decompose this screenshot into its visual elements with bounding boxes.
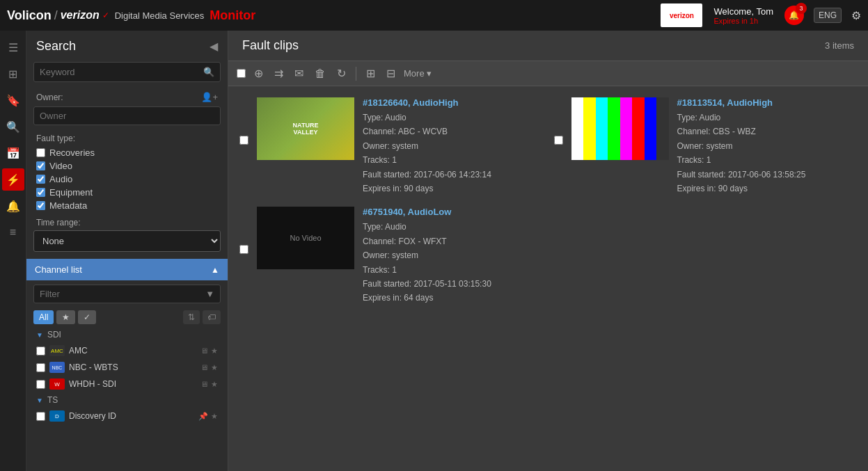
amc-checkbox[interactable]	[36, 346, 45, 356]
whdh-label: WHDH - SDI	[69, 379, 116, 389]
monitor-label: Monitor	[210, 8, 255, 23]
channel-btn-all[interactable]: All	[33, 310, 54, 324]
verizon-brand-logo: verizon	[661, 3, 702, 27]
list-view-button[interactable]: ⊟	[384, 65, 398, 81]
logo: Volicon / verizon ✓ Digital Media Servic…	[7, 8, 255, 23]
notification-count: 3	[796, 3, 807, 14]
refresh-button[interactable]: ↻	[334, 65, 349, 81]
channel-sort-icon[interactable]: ⇅	[183, 310, 200, 324]
nbc-checkbox[interactable]	[36, 363, 45, 372]
clip-2-detail: Type: Audio Channel: FOX - WFXT Owner: s…	[363, 220, 543, 305]
fault-type-label: Fault type:	[26, 131, 228, 146]
keyword-search-icon[interactable]: 🔍	[198, 63, 220, 81]
owner-row: Owner: 👤+	[26, 89, 228, 105]
rail-list-icon[interactable]: ≡	[2, 221, 24, 244]
clip-0-thumb[interactable]: NATUREVALLEY	[257, 97, 354, 160]
item-count: 3 items	[825, 40, 854, 51]
channel-list-arrow-icon: ▲	[211, 265, 219, 275]
more-label: More	[404, 68, 425, 79]
clip-2-thumb[interactable]: No Video	[257, 207, 354, 269]
recoveries-checkbox[interactable]	[36, 148, 45, 157]
clip-1-detail: Type: Audio Channel: CBS - WBZ Owner: sy…	[677, 111, 858, 195]
channel-item-amc[interactable]: AMC AMC 🖥★	[26, 342, 228, 359]
ts-arrow-icon[interactable]: ▼	[36, 397, 43, 404]
expires-label: Expires in 1h	[713, 17, 773, 25]
settings-icon[interactable]: ⚙	[851, 9, 861, 22]
channel-list-header[interactable]: Channel list ▲	[26, 259, 228, 280]
sdi-arrow-icon[interactable]: ▼	[36, 331, 43, 339]
channel-item-nbc[interactable]: NBC NBC - WBTS 🖥★	[26, 359, 228, 376]
nature-text: NATUREVALLEY	[293, 122, 319, 136]
clip-2-info: #6751940, AudioLow Type: Audio Channel: …	[363, 207, 543, 305]
audio-checkbox[interactable]	[36, 175, 45, 184]
dms-label: Digital Media Services	[115, 10, 205, 21]
more-button[interactable]: More ▾	[404, 68, 432, 79]
owner-add-icon[interactable]: 👤+	[201, 92, 218, 102]
equipment-label: Equipment	[49, 187, 93, 198]
grid-view-button[interactable]: ⊞	[363, 65, 378, 81]
clip-2-checkbox[interactable]	[239, 245, 248, 254]
welcome-block: Welcome, Tom Expires in 1h	[713, 6, 773, 25]
clip-0-checkbox[interactable]	[239, 136, 248, 145]
fault-type-video[interactable]: Video	[26, 159, 228, 173]
rail-bookmark-icon[interactable]: 🔖	[2, 89, 24, 111]
select-all-checkbox[interactable]	[237, 69, 246, 78]
time-range-label: Time range:	[26, 212, 228, 230]
channel-filter-input[interactable]	[34, 285, 200, 303]
clip-1-title[interactable]: #18113514, AudioHigh	[677, 97, 858, 108]
channel-item-discovery[interactable]: D Discovery ID 📌★	[26, 408, 228, 424]
welcome-name: Welcome, Tom	[713, 6, 773, 17]
notification-bell[interactable]: 🔔 3	[784, 6, 804, 25]
clip-1-checkbox[interactable]	[554, 136, 563, 145]
clip-1-thumb[interactable]	[571, 97, 669, 160]
forward-button[interactable]: ⇉	[271, 65, 286, 81]
rail-grid-icon[interactable]: ⊞	[2, 63, 24, 85]
add-button[interactable]: ⊕	[251, 65, 266, 81]
fault-type-audio[interactable]: Audio	[26, 173, 228, 186]
page-title: Fault clips	[242, 38, 299, 53]
rail-fault-icon[interactable]: ⚡	[2, 168, 24, 191]
whdh-checkbox[interactable]	[36, 380, 45, 389]
fault-type-equipment[interactable]: Equipment	[26, 186, 228, 199]
clip-card-1: #18113514, AudioHigh Type: Audio Channel…	[554, 97, 858, 195]
keyword-search-input[interactable]	[34, 63, 198, 81]
icon-rail: ☰ ⊞ 🔖 🔍 📅 ⚡ 🔔 ≡	[0, 31, 26, 471]
equipment-checkbox[interactable]	[36, 188, 45, 197]
clip-0-title[interactable]: #18126640, AudioHigh	[363, 97, 543, 108]
whdh-logo: W	[49, 378, 65, 390]
nature-thumbnail: NATUREVALLEY	[257, 97, 354, 160]
channel-btn-star[interactable]: ★	[56, 310, 75, 324]
rail-calendar-icon[interactable]: 📅	[2, 142, 24, 164]
rail-menu-icon[interactable]: ☰	[2, 36, 24, 58]
video-checkbox[interactable]	[36, 161, 45, 170]
nbc-icons: 🖥★	[200, 363, 218, 372]
discovery-checkbox[interactable]	[36, 412, 45, 421]
clip-1-info: #18113514, AudioHigh Type: Audio Channel…	[677, 97, 858, 195]
language-selector[interactable]: ENG	[814, 8, 842, 23]
rail-search-icon[interactable]: 🔍	[2, 115, 24, 138]
owner-input[interactable]	[33, 106, 221, 125]
sidebar-collapse-icon[interactable]: ◀	[210, 40, 218, 53]
fault-type-metadata[interactable]: Metadata	[26, 199, 228, 212]
time-range-select[interactable]: None	[33, 230, 221, 252]
clip-0-info: #18126640, AudioHigh Type: Audio Channel…	[363, 97, 543, 195]
channel-btn-check[interactable]: ✓	[78, 310, 96, 324]
email-button[interactable]: ✉	[292, 65, 306, 81]
clips-grid: NATUREVALLEY #18126640, AudioHigh Type: …	[239, 97, 857, 305]
channel-item-whdh[interactable]: W WHDH - SDI 🖥★	[26, 376, 228, 392]
clip-2-title[interactable]: #6751940, AudioLow	[363, 207, 543, 217]
verizon-logo-text: verizon	[61, 9, 100, 22]
channel-group-ts: ▼ TS	[26, 392, 228, 408]
sidebar-title: Search	[36, 39, 76, 54]
delete-button[interactable]: 🗑	[312, 66, 329, 81]
rail-alert-icon[interactable]: 🔔	[2, 195, 24, 217]
verizon-brand-text: verizon	[670, 12, 694, 19]
fault-type-recoveries[interactable]: Recoveries	[26, 146, 228, 159]
metadata-checkbox[interactable]	[36, 201, 45, 210]
filter-icon[interactable]: ▼	[200, 285, 220, 303]
no-video-thumbnail: No Video	[257, 207, 354, 269]
channel-tag-icon[interactable]: 🏷	[203, 310, 221, 324]
amc-icons: 🖥★	[200, 346, 218, 356]
sdi-group-label: SDI	[47, 330, 61, 340]
volicon-logo-text: Volicon	[7, 8, 52, 23]
